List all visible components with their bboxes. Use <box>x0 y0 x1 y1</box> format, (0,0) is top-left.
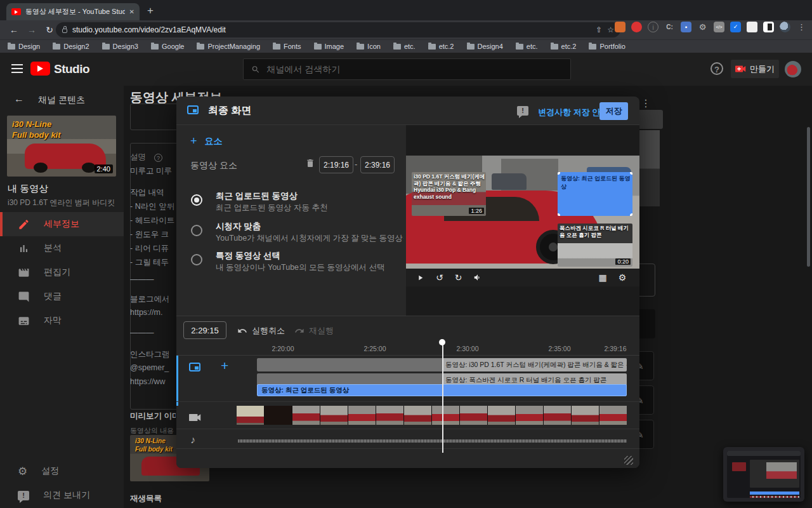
folder-icon <box>589 44 596 50</box>
resize-handle[interactable] <box>630 172 632 175</box>
browser-tabstrip: 동영상 세부정보 - YouTube Studio <box>0 0 812 20</box>
save-button[interactable]: 저장 <box>599 102 628 120</box>
back-arrow-icon[interactable] <box>14 93 24 105</box>
bookmark-folder[interactable]: Portfolio <box>589 43 625 50</box>
play-icon[interactable] <box>416 274 424 282</box>
sidebar-item-details[interactable]: 세부정보 <box>0 212 124 236</box>
end-time-field[interactable]: 2:39:16 <box>360 156 395 173</box>
sidebar-item-settings[interactable]: 설정 <box>0 459 124 483</box>
playhead-handle[interactable] <box>439 339 445 345</box>
bookmark-folder[interactable]: Design3 <box>102 43 138 50</box>
adblock-icon[interactable] <box>631 22 642 32</box>
grid-view-icon[interactable] <box>598 272 606 283</box>
undo-icon <box>237 326 247 336</box>
search-input[interactable] <box>266 64 563 74</box>
extension-icon[interactable] <box>615 22 625 32</box>
youtube-favicon-icon <box>11 8 21 15</box>
bookmark-folder[interactable]: etc. <box>516 43 538 50</box>
volume-icon[interactable] <box>473 273 482 282</box>
preview-panel: i30 PD 1.6T 커스텀 배기(케메곽) 팝콘 배기음 & 짧은 주행 H… <box>406 125 639 316</box>
end-screen-element-video1[interactable]: i30 PD 1.6T 커스텀 배기(케메곽) 팝콘 배기음 & 짧은 주행 H… <box>412 172 486 216</box>
feedback-icon[interactable]: ! <box>517 106 528 116</box>
player-settings-icon[interactable] <box>619 272 627 283</box>
page-menu-icon[interactable] <box>641 97 651 109</box>
add-track-element-button[interactable]: + <box>221 358 228 373</box>
sidebar-item-editor[interactable]: 편집기 <box>0 260 124 284</box>
video-track-icon <box>189 413 201 425</box>
car-image <box>25 144 106 169</box>
studio-brand[interactable]: Studio <box>54 62 89 76</box>
new-tab-button[interactable] <box>147 4 154 17</box>
theme-extension-icon[interactable] <box>763 22 774 32</box>
check-extension-icon[interactable]: ✓ <box>730 22 741 32</box>
gear-icon <box>18 465 27 478</box>
panel-resize-handle[interactable] <box>624 456 633 465</box>
resize-handle[interactable] <box>558 213 560 216</box>
sidebar-item-feedback[interactable]: ! 의견 보내기 <box>0 483 124 507</box>
bookmark-folder[interactable]: Icon <box>357 43 381 50</box>
hamburger-menu-icon[interactable] <box>11 64 23 73</box>
resize-handle[interactable] <box>558 172 560 175</box>
timecode-field[interactable]: 2:29:15 <box>183 321 226 339</box>
bookmark-folder[interactable]: Google <box>151 43 184 50</box>
radio-best-for-viewer[interactable] <box>191 225 202 236</box>
radio-recent-upload[interactable] <box>191 194 202 206</box>
bookmark-star-icon[interactable] <box>607 25 614 34</box>
back-icon[interactable] <box>5 25 23 35</box>
end-screen-element-video2[interactable]: 폭스바겐 시로코 R 터널 배기음 오픈 흡기 팝콘 0:20 <box>558 224 632 267</box>
picture-in-picture-window[interactable] <box>723 447 804 502</box>
bookmark-folder[interactable]: Fonts <box>273 43 301 50</box>
sidebar-item-subtitles[interactable]: 자막 <box>0 309 124 333</box>
playhead-line[interactable] <box>442 342 443 453</box>
back-navigation[interactable]: 채널 콘텐츠 <box>0 92 124 110</box>
ruler-tick: 2:25:00 <box>363 345 386 352</box>
undo-button[interactable]: 실행취소 <box>237 325 285 337</box>
share-icon[interactable] <box>596 25 602 34</box>
bookmark-folder[interactable]: Image <box>314 43 344 50</box>
delete-element-button[interactable] <box>305 157 315 169</box>
channel-avatar[interactable] <box>785 61 801 77</box>
puzzle-extension-icon[interactable] <box>747 22 757 32</box>
filmstrip-frame <box>348 406 376 425</box>
create-button[interactable]: 만들기 <box>731 60 779 78</box>
forward-10-icon[interactable] <box>455 272 462 283</box>
address-bar[interactable]: studio.youtube.com/video/2zv1aEAqMVA/edi… <box>56 22 620 37</box>
replay-10-icon[interactable] <box>436 272 443 283</box>
feedback-icon: ! <box>18 491 29 500</box>
audio-waveform[interactable] <box>238 439 627 443</box>
timeline-panel: 2:29:15 실행취소 재실행 2:20:00 2:25:00 2:30:00… <box>176 316 639 468</box>
bookmark-folder[interactable]: Design <box>8 43 40 50</box>
bookmark-folder[interactable]: Design2 <box>53 43 89 50</box>
add-element-button[interactable]: + 요소 <box>190 135 223 148</box>
dialog-title: 최종 화면 <box>208 104 251 117</box>
resize-handle[interactable] <box>630 213 632 216</box>
bookmark-folder[interactable]: Design4 <box>467 43 503 50</box>
folder-icon <box>428 44 436 50</box>
extension-gear-icon[interactable] <box>697 22 708 32</box>
bookmark-folder[interactable]: etc. <box>393 43 416 50</box>
redo-button[interactable]: 재실행 <box>294 325 334 337</box>
channel-search[interactable] <box>243 58 571 80</box>
end-screen-element-selected[interactable]: 동영상: 최근 업로드된 동영상 <box>558 172 632 216</box>
profile-avatar[interactable] <box>780 22 790 32</box>
radio-choose-video[interactable] <box>191 254 202 265</box>
page-scrollbar[interactable] <box>807 127 810 267</box>
sidebar-item-comments[interactable]: 댓글 <box>0 284 124 309</box>
help-icon[interactable] <box>710 62 723 75</box>
youtube-logo-icon[interactable] <box>30 62 50 76</box>
bookmark-folder[interactable]: etc.2 <box>551 43 577 50</box>
discard-changes-link[interactable]: 변경사항 저장 안함 <box>538 107 608 118</box>
forward-icon[interactable] <box>23 25 41 35</box>
bookmark-folder[interactable]: etc.2 <box>428 43 454 50</box>
tab-close-icon[interactable] <box>129 8 134 15</box>
extensions-row: i C: ▪ </> ✓ <box>615 22 807 32</box>
bookmark-folder[interactable]: ProjectManaging <box>197 43 260 50</box>
duration-badge: 0:20 <box>615 258 631 265</box>
video-filmstrip[interactable] <box>237 406 627 425</box>
active-track-indicator <box>176 356 178 406</box>
video-thumbnail[interactable]: i30 N-Line Full body kit 2:40 <box>7 116 116 177</box>
start-time-field[interactable]: 2:19:16 <box>319 156 353 173</box>
browser-tab[interactable]: 동영상 세부정보 - YouTube Studio <box>6 3 140 20</box>
sidebar-item-analytics[interactable]: 분석 <box>0 236 124 260</box>
browser-menu-icon[interactable] <box>796 22 807 32</box>
